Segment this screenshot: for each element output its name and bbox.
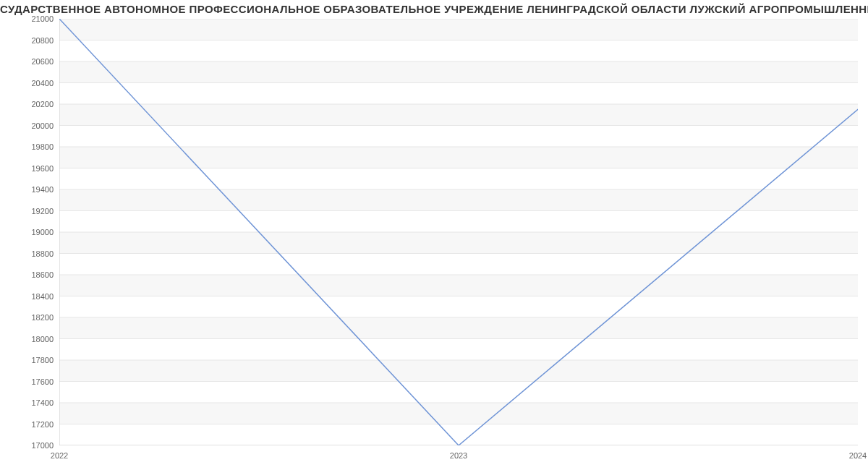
plot-area: 1700017200174001760017800180001820018400… bbox=[59, 19, 858, 445]
y-tick-label: 18400 bbox=[31, 292, 54, 301]
y-tick-label: 20800 bbox=[31, 36, 54, 45]
svg-rect-2 bbox=[59, 317, 858, 339]
y-tick-label: 20600 bbox=[31, 57, 54, 66]
y-tick-label: 17600 bbox=[31, 377, 54, 386]
y-tick-label: 18000 bbox=[31, 335, 54, 343]
svg-rect-8 bbox=[59, 61, 858, 83]
y-tick-label: 20400 bbox=[31, 79, 54, 87]
y-tick-label: 19400 bbox=[31, 185, 54, 194]
svg-rect-4 bbox=[59, 232, 858, 254]
y-tick-label: 20000 bbox=[31, 121, 54, 130]
y-tick-label: 18800 bbox=[31, 249, 54, 258]
x-tick-label: 2024 bbox=[849, 451, 867, 460]
y-tick-label: 20200 bbox=[31, 100, 54, 108]
chart-svg bbox=[59, 19, 858, 445]
x-tick-label: 2023 bbox=[450, 451, 467, 460]
x-tick-label: 2022 bbox=[51, 451, 68, 460]
y-tick-label: 17000 bbox=[31, 441, 54, 450]
y-tick-label: 19200 bbox=[31, 207, 54, 215]
svg-rect-7 bbox=[59, 104, 858, 126]
y-tick-label: 17800 bbox=[31, 356, 54, 364]
y-tick-label: 18200 bbox=[31, 313, 54, 322]
y-tick-label: 19600 bbox=[31, 164, 54, 173]
y-tick-label: 19800 bbox=[31, 142, 54, 151]
chart-title: СУДАРСТВЕННОЕ АВТОНОМНОЕ ПРОФЕССИОНАЛЬНО… bbox=[0, 3, 868, 15]
svg-rect-3 bbox=[59, 275, 858, 296]
y-tick-label: 21000 bbox=[31, 14, 54, 23]
svg-rect-5 bbox=[59, 189, 858, 211]
y-tick-label: 18600 bbox=[31, 270, 54, 279]
svg-rect-9 bbox=[59, 19, 858, 40]
svg-rect-6 bbox=[59, 147, 858, 168]
y-tick-label: 19000 bbox=[31, 228, 54, 236]
y-tick-label: 17400 bbox=[31, 398, 54, 407]
svg-rect-0 bbox=[59, 403, 858, 424]
y-tick-label: 17200 bbox=[31, 420, 54, 429]
svg-rect-1 bbox=[59, 360, 858, 382]
